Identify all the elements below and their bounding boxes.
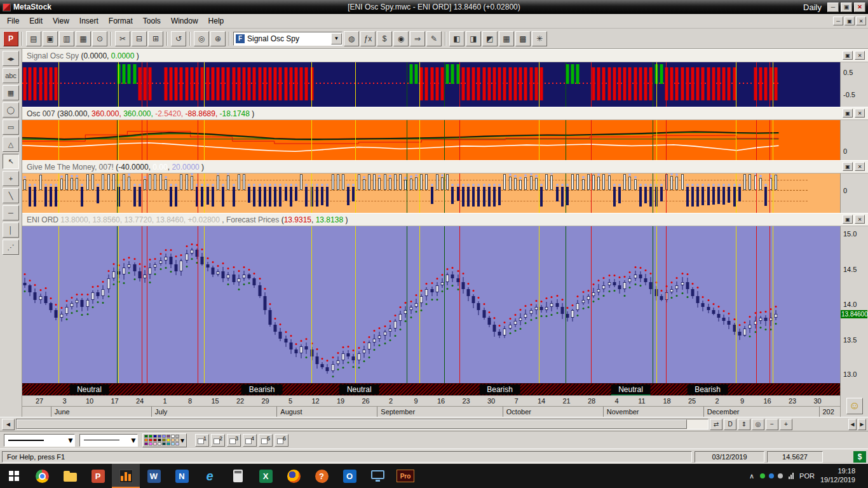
pane-restore-button[interactable]: ▣ (843, 162, 853, 171)
paste-button[interactable]: ⊞ (148, 31, 163, 46)
palette-color[interactable] (175, 438, 179, 442)
trendline-tool[interactable]: ╲ (3, 188, 19, 203)
palette-color[interactable] (166, 438, 170, 442)
zoom-out-button[interactable]: − (766, 419, 778, 430)
forecaster-button[interactable]: ⇒ (410, 31, 425, 46)
web-button[interactable]: ◍ (344, 31, 359, 46)
chart-layout-button-1[interactable]: 1 (195, 434, 209, 447)
palette-color[interactable] (158, 435, 161, 438)
tray-icon-3[interactable] (778, 473, 783, 478)
explorer-button[interactable]: ◉ (393, 31, 409, 46)
chart-layout-button-6[interactable]: 6 (275, 434, 288, 447)
palette-color[interactable] (162, 442, 166, 445)
triangle-tool[interactable]: △ (3, 137, 19, 152)
palette-color[interactable] (153, 435, 157, 438)
palette-color[interactable] (149, 435, 153, 438)
palette-color[interactable] (149, 442, 153, 445)
palette-color[interactable] (171, 442, 175, 445)
plot-price[interactable] (22, 226, 840, 383)
pane-restore-button[interactable]: ▣ (843, 215, 853, 224)
taskbar-item-excel[interactable]: X (252, 464, 280, 488)
taskbar-item-chrome[interactable] (28, 464, 56, 488)
text-tool[interactable]: abc (3, 68, 19, 83)
palette-color[interactable] (153, 438, 157, 442)
pane-restore-button[interactable]: ▣ (843, 109, 853, 118)
smart-charts-button[interactable]: ▥ (59, 31, 74, 46)
taskbar-item-pro[interactable]: Pro (391, 464, 419, 488)
tile-vertical-button[interactable]: ◨ (466, 31, 481, 46)
vertical-line-tool[interactable]: │ (3, 222, 19, 238)
menu-item-insert[interactable]: Insert (74, 15, 104, 27)
tray-icon-1[interactable] (760, 473, 765, 478)
clock[interactable]: 19:18 19/12/2019 (820, 467, 855, 485)
corner-left-button[interactable]: ◄ (848, 419, 857, 430)
pane-close-button[interactable]: ✕ (855, 51, 865, 60)
grid-tool[interactable]: ▦ (3, 85, 19, 100)
tile-horizontal-button[interactable]: ◧ (449, 31, 465, 46)
menu-item-edit[interactable]: Edit (24, 15, 48, 27)
periodicity-daily-button[interactable]: D (724, 419, 736, 430)
selection-tool[interactable]: ↖ (3, 154, 19, 169)
expert-advisor-ribbon[interactable]: NeutralBearishNeutralBearishNeutralBeari… (22, 383, 840, 395)
ellipse-tool[interactable]: ◯ (3, 102, 19, 118)
taskbar-item-metastock[interactable] (112, 464, 140, 488)
periodicity-label[interactable]: Daily (803, 3, 822, 12)
cascade-button[interactable]: ◩ (482, 31, 498, 46)
minimize-button[interactable]: ─ (827, 3, 839, 12)
taskbar-item-outlook[interactable]: O (336, 464, 363, 488)
new-chart-button[interactable]: ▤ (26, 31, 41, 46)
vertical-scale-button[interactable]: ⇕ (738, 419, 750, 430)
menu-item-window[interactable]: Window (166, 15, 203, 27)
line-style-combo[interactable]: ▼ (4, 434, 75, 447)
options-button[interactable]: ✳ (532, 31, 547, 46)
chart-layout-button-3[interactable]: 3 (227, 434, 241, 447)
chevron-down-icon[interactable]: ▼ (130, 436, 137, 445)
taskbar-item-help[interactable]: ? (308, 464, 336, 488)
horizontal-scrollbar[interactable] (16, 419, 709, 430)
horizontal-line-tool[interactable]: ─ (3, 205, 19, 220)
grid-layout-button[interactable]: ▦ (499, 31, 514, 46)
pane-close-button[interactable]: ✕ (855, 215, 865, 224)
palette-color[interactable] (166, 442, 170, 445)
dollar-button[interactable]: $ (377, 31, 392, 46)
color-palette-button[interactable]: ▾ (142, 433, 187, 447)
menu-item-view[interactable]: View (48, 15, 74, 27)
palette-color[interactable] (166, 435, 170, 438)
cut-button[interactable]: ✂ (115, 31, 130, 46)
zoom-in-button[interactable]: + (780, 419, 792, 430)
chevron-down-icon[interactable]: ▼ (331, 33, 342, 44)
palette-color[interactable] (144, 438, 148, 442)
pane-restore-button[interactable]: ▣ (843, 51, 853, 60)
taskbar-item-calculator[interactable] (224, 464, 252, 488)
expert-advisor-smiley-button[interactable]: ☺ (846, 398, 863, 414)
pane-close-button[interactable]: ✕ (855, 162, 865, 171)
crosshair-tool[interactable]: + (3, 171, 19, 186)
menu-item-help[interactable]: Help (203, 15, 229, 27)
taskbar-item-word[interactable]: W (140, 464, 168, 488)
open-chart-button[interactable]: ▣ (43, 31, 58, 46)
palette-color[interactable] (162, 435, 166, 438)
regression-tool[interactable]: ⋰ (3, 240, 19, 255)
plot-osc007[interactable] (22, 120, 840, 160)
palette-color[interactable] (144, 442, 148, 445)
palette-color[interactable] (144, 435, 148, 438)
collapse-panel-button[interactable]: ◂▸ (3, 51, 19, 66)
start-button[interactable] (0, 464, 28, 488)
close-button[interactable]: ✕ (854, 3, 865, 12)
power-console-button[interactable]: P (3, 31, 18, 46)
refresh-button[interactable]: ⇄ (710, 419, 722, 430)
zoom-in-button[interactable]: ⊕ (210, 31, 226, 46)
chevron-down-icon[interactable]: ▼ (67, 436, 74, 445)
scroll-left-arrow[interactable]: ◄ (2, 419, 15, 430)
tray-icon-2[interactable] (769, 473, 774, 478)
restore-button[interactable]: ▣ (841, 3, 852, 12)
chart-layout-button-5[interactable]: 5 (259, 434, 273, 447)
what-if-button[interactable]: ✎ (426, 31, 442, 46)
taskbar-item-file-explorer[interactable] (56, 464, 84, 488)
taskbar-item-firefox[interactable] (280, 464, 308, 488)
palette-color[interactable] (175, 442, 179, 445)
palette-color[interactable] (158, 442, 161, 445)
palette-color[interactable] (149, 438, 153, 442)
palette-color[interactable] (158, 438, 161, 442)
rectangle-tool[interactable]: ▭ (3, 119, 19, 135)
